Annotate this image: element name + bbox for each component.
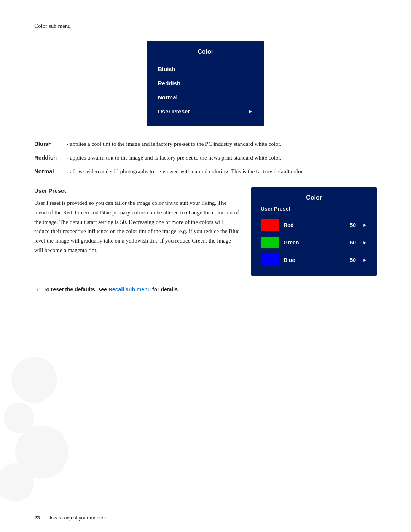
- desc-item-normal: Normal - allows video and still photogra…: [34, 167, 377, 176]
- red-arrow-icon: ►: [363, 222, 367, 228]
- svg-point-1: [4, 403, 34, 433]
- green-value: 50: [350, 240, 356, 246]
- blue-arrow-icon: ►: [363, 257, 367, 263]
- menu-item-bluish[interactable]: Bluish: [156, 62, 255, 76]
- section-title: Color sub menu: [34, 23, 377, 29]
- color-row-blue[interactable]: Blue 50 ►: [259, 251, 369, 269]
- footer-page-number: 23: [34, 515, 40, 521]
- desc-item-bluish: Bluish - applies a cool tint to the imag…: [34, 139, 377, 149]
- svg-point-0: [11, 357, 57, 403]
- note-line: ☞ To reset the defaults, see Recall sub …: [34, 285, 377, 294]
- note-text-after: for details.: [151, 286, 179, 292]
- green-label: Green: [284, 240, 346, 246]
- green-arrow-icon: ►: [363, 240, 367, 246]
- desc-def-bluish: - applies a cool tint to the image and i…: [67, 139, 281, 149]
- desc-term-normal: Normal: [34, 167, 65, 176]
- blue-label: Blue: [284, 257, 346, 263]
- red-swatch: [261, 219, 279, 231]
- desc-def-reddish: - applies a warm tint to the image and i…: [67, 153, 281, 162]
- color-row-red[interactable]: Red 50 ►: [259, 216, 369, 234]
- userpreset-arrow-icon: ►: [248, 109, 253, 114]
- desc-def-normal: - allows video and still photographs to …: [67, 167, 304, 176]
- blue-swatch: [261, 254, 279, 266]
- description-list: Bluish - applies a cool tint to the imag…: [34, 139, 377, 176]
- menu-item-reddish-label: Reddish: [158, 80, 180, 86]
- blue-value: 50: [350, 257, 356, 263]
- desc-item-reddish: Reddish - applies a warm tint to the ima…: [34, 153, 377, 162]
- menu-item-userpreset[interactable]: User Preset ►: [156, 104, 255, 118]
- color-menu-box-2: Color User Preset Red 50 ► Green 50: [251, 187, 377, 276]
- menu-box2-subtitle: User Preset: [259, 206, 369, 212]
- red-value: 50: [350, 222, 356, 228]
- footer: 23 How to adjust your monitor: [34, 515, 377, 521]
- note-icon: ☞: [34, 285, 40, 294]
- menu-item-bluish-label: Bluish: [158, 66, 175, 72]
- note-text: To reset the defaults, see Recall sub me…: [43, 286, 179, 292]
- user-preset-description: User Preset: User Preset is provided so …: [34, 187, 240, 276]
- menu-box-title: Color: [156, 48, 255, 55]
- user-preset-title: User Preset:: [34, 187, 240, 194]
- lower-section: User Preset: User Preset is provided so …: [34, 187, 377, 276]
- menu-box2-title: Color: [259, 194, 369, 201]
- recall-submenu-link[interactable]: Recall sub menu: [108, 286, 151, 292]
- desc-term-bluish: Bluish: [34, 139, 65, 149]
- svg-point-2: [15, 425, 68, 479]
- footer-page-label: How to adjust your monitor: [47, 515, 106, 521]
- green-swatch: [261, 237, 279, 248]
- color-menu-box: Color Bluish Reddish Normal User Preset …: [147, 41, 264, 126]
- color-row-green[interactable]: Green 50 ►: [259, 234, 369, 251]
- red-label: Red: [284, 222, 346, 228]
- menu-item-userpreset-label: User Preset: [158, 108, 190, 115]
- svg-point-3: [0, 463, 34, 502]
- menu-item-normal-label: Normal: [158, 94, 178, 101]
- menu-item-normal[interactable]: Normal: [156, 90, 255, 104]
- user-preset-body: User Preset is provided so you can tailo…: [34, 198, 240, 255]
- note-text-before: To reset the defaults, see: [43, 286, 108, 292]
- desc-term-reddish: Reddish: [34, 153, 65, 162]
- menu-item-reddish[interactable]: Reddish: [156, 76, 255, 90]
